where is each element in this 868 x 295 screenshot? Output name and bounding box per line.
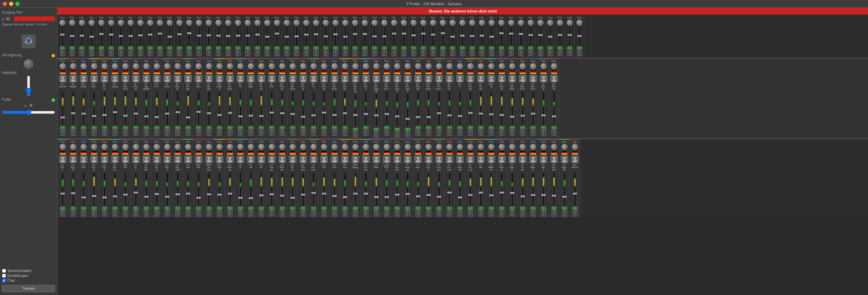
g-btn-mus-27[interactable]: G bbox=[342, 126, 348, 129]
s-btn-mus-12[interactable]: S bbox=[185, 133, 191, 136]
g-button-29[interactable]: G bbox=[343, 46, 348, 49]
s-btn-mus-44[interactable]: S bbox=[520, 133, 525, 136]
m-button-7[interactable]: M bbox=[128, 50, 133, 53]
avatar-8[interactable] bbox=[143, 75, 150, 82]
m-btn-mus-76[interactable]: M bbox=[353, 210, 358, 213]
s-btn-mus-75[interactable]: S bbox=[342, 214, 348, 217]
pan-knob-13[interactable] bbox=[186, 19, 192, 26]
s-button-22[interactable]: S bbox=[274, 53, 280, 56]
avatar-60[interactable] bbox=[184, 156, 192, 163]
m-button-11[interactable]: M bbox=[167, 50, 172, 53]
pan-knob-20[interactable] bbox=[254, 19, 261, 26]
fader-handle-mus-36[interactable] bbox=[437, 112, 441, 114]
m-button-4[interactable]: M bbox=[99, 50, 104, 53]
fader-handle-27[interactable] bbox=[324, 35, 328, 37]
fader-handle-mus-19[interactable] bbox=[259, 115, 263, 117]
fader-handle-mus-67[interactable] bbox=[259, 194, 263, 196]
pan-knob-mus-94[interactable] bbox=[540, 144, 547, 150]
g-btn-mus-18[interactable]: G bbox=[248, 126, 254, 129]
fader-handle-41[interactable] bbox=[460, 35, 464, 37]
avatar-94[interactable] bbox=[540, 156, 547, 163]
g-btn-mus-30[interactable]: G bbox=[374, 128, 379, 131]
m-btn-mus-14[interactable]: M bbox=[206, 129, 212, 133]
s-button-36[interactable]: S bbox=[411, 53, 416, 56]
s-btn-mus-15[interactable]: S bbox=[217, 133, 222, 136]
pan-knob-mus-5[interactable] bbox=[112, 63, 118, 69]
m-button-25[interactable]: M bbox=[304, 50, 309, 53]
m-button-10[interactable]: M bbox=[157, 50, 163, 53]
s-btn-mus-77[interactable]: S bbox=[363, 214, 369, 217]
avatar-28[interactable] bbox=[352, 75, 359, 82]
pan-knob-mus-78[interactable] bbox=[373, 144, 379, 150]
einstellungen-checkbox[interactable] bbox=[2, 274, 6, 278]
fader-handle-12[interactable] bbox=[177, 33, 182, 35]
pan-knob-mus-72[interactable] bbox=[310, 144, 317, 150]
s-button-51[interactable]: S bbox=[557, 53, 563, 56]
m-btn-mus-40[interactable]: M bbox=[478, 129, 484, 133]
g-btn-mus-55[interactable]: G bbox=[133, 207, 139, 210]
s-button-47[interactable]: S bbox=[518, 53, 524, 56]
s-button-5[interactable]: S bbox=[108, 53, 114, 56]
s-button-16[interactable]: S bbox=[216, 53, 221, 56]
close-button[interactable] bbox=[3, 2, 7, 6]
avatar-16[interactable] bbox=[226, 75, 234, 82]
s-btn-mus-96[interactable]: S bbox=[562, 214, 567, 217]
s-button-21[interactable]: S bbox=[264, 53, 270, 56]
fader-handle-mus-85[interactable] bbox=[447, 192, 452, 193]
g-button-28[interactable]: G bbox=[333, 46, 338, 49]
g-btn-mus-61[interactable]: G bbox=[196, 207, 201, 210]
pan-knob-mus-44[interactable] bbox=[520, 63, 526, 69]
pan-knob-mus-21[interactable] bbox=[279, 63, 285, 69]
avatar-11[interactable] bbox=[174, 75, 182, 82]
m-btn-mus-21[interactable]: M bbox=[279, 129, 285, 133]
m-btn-mus-52[interactable]: M bbox=[102, 210, 107, 213]
s-btn-mus-74[interactable]: S bbox=[332, 214, 337, 217]
s-btn-mus-84[interactable]: S bbox=[436, 214, 442, 217]
g-btn-mus-38[interactable]: G bbox=[457, 126, 463, 129]
g-btn-mus-13[interactable]: G bbox=[196, 126, 201, 129]
pan-knob-38[interactable] bbox=[430, 19, 436, 26]
fader-handle-42[interactable] bbox=[470, 35, 474, 37]
g-btn-mus-12[interactable]: G bbox=[185, 126, 191, 129]
pan-knob-mus-42[interactable] bbox=[499, 63, 505, 69]
m-button-19[interactable]: M bbox=[245, 50, 251, 53]
s-btn-mus-56[interactable]: S bbox=[144, 214, 149, 217]
m-btn-mus-13[interactable]: M bbox=[196, 129, 201, 133]
m-button-43[interactable]: M bbox=[479, 50, 485, 53]
g-button-46[interactable]: G bbox=[508, 46, 514, 49]
m-button-52[interactable]: M bbox=[567, 50, 573, 53]
m-btn-mus-17[interactable]: M bbox=[238, 129, 243, 133]
pan-knob-30[interactable] bbox=[352, 19, 358, 26]
avatar-58[interactable] bbox=[163, 156, 171, 163]
fader-handle-21[interactable] bbox=[265, 36, 269, 38]
pan-knob-18[interactable] bbox=[235, 19, 241, 26]
m-btn-mus-5[interactable]: M bbox=[112, 129, 118, 133]
pan-knob-mus-2[interactable] bbox=[80, 63, 87, 69]
s-button-46[interactable]: S bbox=[508, 53, 514, 56]
s-button-32[interactable]: S bbox=[372, 53, 377, 56]
avatar-4[interactable] bbox=[101, 75, 108, 82]
pan-knob-mus-76[interactable] bbox=[352, 144, 359, 150]
m-btn-mus-46[interactable]: M bbox=[541, 129, 546, 133]
s-btn-mus-71[interactable]: S bbox=[300, 214, 306, 217]
s-btn-mus-25[interactable]: S bbox=[321, 133, 327, 136]
fader-handle-50[interactable] bbox=[548, 36, 552, 38]
avatar-39[interactable] bbox=[467, 75, 474, 82]
s-btn-mus-45[interactable]: S bbox=[530, 133, 536, 136]
pan-knob-47[interactable] bbox=[518, 19, 524, 26]
pan-knob-mus-35[interactable] bbox=[425, 63, 432, 69]
avatar-56[interactable] bbox=[143, 156, 150, 163]
m-btn-mus-64[interactable]: M bbox=[227, 210, 233, 213]
pan-knob-mus-89[interactable] bbox=[488, 144, 494, 150]
pan-knob-9[interactable] bbox=[147, 19, 153, 26]
avatar-82[interactable] bbox=[414, 156, 422, 163]
pan-knob-mus-54[interactable] bbox=[122, 144, 129, 150]
fader-handle-25[interactable] bbox=[304, 34, 308, 35]
pan-knob-52[interactable] bbox=[567, 19, 573, 26]
avatar-85[interactable] bbox=[446, 156, 453, 163]
pan-knob-mus-10[interactable] bbox=[164, 63, 170, 69]
pan-knob-mus-65[interactable] bbox=[237, 144, 244, 150]
pan-knob-mus-69[interactable] bbox=[279, 144, 285, 150]
s-button-40[interactable]: S bbox=[450, 53, 455, 56]
m-btn-mus-68[interactable]: M bbox=[269, 210, 275, 213]
